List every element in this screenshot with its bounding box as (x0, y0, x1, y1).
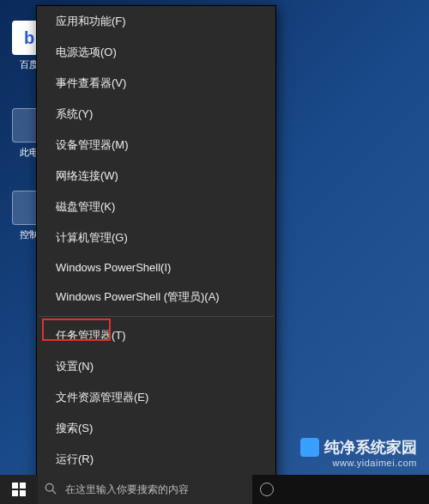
menu-item-label: 搜索(S) (56, 421, 93, 436)
search-icon (45, 483, 57, 495)
taskbar: 在这里输入你要搜索的内容 (0, 475, 429, 504)
menu-item-powershell[interactable]: Windows PowerShell(I) (37, 253, 275, 282)
watermark-title: 纯净系统家园 (324, 437, 417, 458)
menu-item-powershell-admin[interactable]: Windows PowerShell (管理员)(A) (37, 282, 275, 313)
menu-item-label: 文件资源管理器(E) (56, 390, 148, 405)
svg-rect-3 (20, 490, 26, 496)
menu-item-disk-mgmt[interactable]: 磁盘管理(K) (37, 191, 275, 222)
menu-item-label: 系统(Y) (56, 106, 93, 122)
menu-item-file-explorer[interactable]: 文件资源管理器(E) (37, 382, 275, 413)
menu-item-apps-features[interactable]: 应用和功能(F) (37, 6, 275, 37)
menu-item-label: 电源选项(O) (56, 45, 117, 60)
menu-item-label: 设置(N) (56, 359, 94, 374)
menu-item-system[interactable]: 系统(Y) (37, 99, 275, 130)
menu-separator (39, 316, 274, 317)
watermark-logo-icon (300, 438, 319, 457)
menu-item-label: 应用和功能(F) (56, 14, 126, 29)
menu-item-label: 任务管理器(T) (56, 328, 126, 343)
watermark: 纯净系统家园 www.yidaimei.com (300, 437, 417, 468)
menu-item-label: 设备管理器(M) (56, 137, 129, 153)
menu-item-label: 事件查看器(V) (56, 76, 126, 91)
menu-item-search[interactable]: 搜索(S) (37, 413, 275, 444)
menu-item-settings[interactable]: 设置(N) (37, 351, 275, 382)
menu-item-label: 磁盘管理(K) (56, 199, 115, 215)
svg-point-4 (45, 483, 53, 491)
windows-logo-icon (12, 483, 26, 496)
menu-item-label: 运行(R) (56, 452, 94, 467)
cortana-button[interactable] (252, 475, 281, 504)
svg-rect-0 (12, 483, 18, 489)
start-button[interactable] (0, 475, 38, 504)
menu-item-event-viewer[interactable]: 事件查看器(V) (37, 68, 275, 99)
svg-rect-2 (12, 490, 18, 496)
svg-line-5 (52, 490, 56, 494)
menu-item-label: 计算机管理(G) (56, 230, 128, 246)
menu-item-run[interactable]: 运行(R) (37, 444, 275, 475)
menu-item-task-manager[interactable]: 任务管理器(T) (37, 320, 275, 351)
menu-item-device-manager[interactable]: 设备管理器(M) (37, 130, 275, 161)
menu-item-label: Windows PowerShell(I) (56, 261, 171, 274)
menu-item-power-options[interactable]: 电源选项(O) (37, 37, 275, 68)
menu-item-network[interactable]: 网络连接(W) (37, 161, 275, 191)
menu-item-label: Windows PowerShell (管理员)(A) (56, 289, 220, 305)
search-placeholder: 在这里输入你要搜索的内容 (65, 483, 189, 497)
menu-item-label: 网络连接(W) (56, 168, 118, 184)
watermark-url: www.yidaimei.com (300, 458, 417, 468)
taskbar-search-box[interactable]: 在这里输入你要搜索的内容 (38, 475, 252, 504)
cortana-icon (260, 483, 274, 496)
menu-item-computer-mgmt[interactable]: 计算机管理(G) (37, 222, 275, 253)
svg-rect-1 (20, 483, 26, 489)
winx-context-menu: 应用和功能(F) 电源选项(O) 事件查看器(V) 系统(Y) 设备管理器(M)… (36, 5, 276, 504)
